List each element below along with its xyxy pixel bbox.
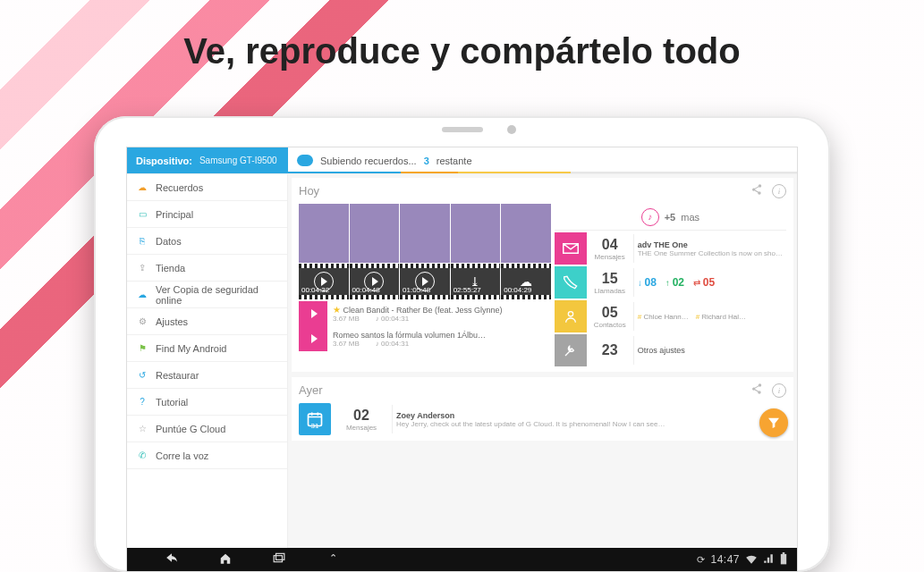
contact-tag: Chloe Hann…	[638, 313, 689, 321]
stat-calls[interactable]: 15 Llamadas ↓ 08 ↑ 02 ⇄ 05	[555, 266, 786, 299]
song-size: 3.67 MB	[333, 315, 360, 323]
video-thumbnail[interactable]: ⤓02:55:27	[451, 264, 501, 299]
sidebar-item-label: Ver Copia de seguridad online	[156, 284, 278, 306]
sidebar-item-icon: ☁	[136, 181, 148, 194]
sidebar-item-9[interactable]: ☆ Puntúe G Cloud	[127, 416, 287, 442]
settings-label: Otros ajustes	[638, 346, 783, 355]
share-icon[interactable]	[750, 183, 763, 198]
svg-rect-4	[781, 554, 786, 564]
share-icon[interactable]	[750, 383, 763, 398]
sidebar-item-icon: ⎘	[136, 235, 148, 248]
person-icon	[555, 300, 587, 332]
cloud-icon: ☁	[520, 274, 532, 289]
svg-rect-5	[783, 552, 785, 554]
tablet-speaker	[442, 127, 483, 132]
upload-prefix: Subiendo recuerdos...	[320, 156, 417, 166]
cloud-upload-icon	[297, 155, 313, 166]
calls-outgoing: ↑ 02	[665, 276, 684, 289]
sidebar-item-icon: ↺	[136, 369, 148, 382]
sidebar-item-label: Puntúe G Cloud	[156, 424, 225, 434]
sidebar-item-label: Principal	[156, 209, 193, 220]
photo-thumbnail[interactable]	[501, 204, 551, 263]
sidebar-item-6[interactable]: ⚑ Find My Android	[127, 335, 287, 362]
svg-rect-3	[276, 553, 284, 559]
sidebar-item-label: Tienda	[156, 263, 185, 273]
play-icon	[415, 272, 435, 291]
calendar-day: 31	[311, 422, 319, 430]
video-thumbnail[interactable]: 00:04:32	[299, 264, 349, 299]
play-icon	[364, 272, 384, 291]
expand-button[interactable]: ⌃	[324, 552, 342, 567]
battery-icon	[779, 552, 788, 567]
settings-count: 23	[602, 342, 618, 358]
more-items-banner[interactable]: ♪ +5 mas	[555, 204, 786, 231]
song-title: Romeo santos la fórmula volumen 1Álbu…	[333, 331, 486, 340]
main-content: Hoy i	[288, 174, 797, 548]
sidebar-item-1[interactable]: ▭ Principal	[127, 201, 287, 228]
video-thumbnail[interactable]: ☁00:04:29	[501, 264, 551, 299]
wifi-icon	[745, 553, 758, 566]
sidebar-item-icon: ☆	[136, 423, 148, 435]
photo-thumbnail[interactable]	[350, 204, 400, 263]
sidebar-item-label: Ajustes	[156, 316, 188, 327]
video-thumbnail[interactable]: 00:04:48	[350, 264, 400, 299]
photo-thumbnail[interactable]	[451, 204, 501, 263]
stat-settings[interactable]: 23 Otros ajustes	[555, 334, 786, 366]
stat-messages[interactable]: 04 Mensajes adv THE One THE One Summer C…	[555, 232, 786, 265]
photo-thumbnail[interactable]	[299, 204, 349, 263]
sidebar-item-10[interactable]: ✆ Corre la voz	[127, 442, 287, 469]
section-yesterday: Ayer i 31 02 Men	[292, 377, 793, 441]
play-button[interactable]	[299, 301, 327, 326]
sidebar-item-7[interactable]: ↺ Restaurar	[127, 362, 287, 389]
more-count: +5	[665, 212, 676, 223]
ayer-messages-label: Mensajes	[338, 424, 385, 432]
device-box[interactable]: Dispositivo: Samsung GT-I9500	[127, 147, 288, 173]
tools-icon	[555, 334, 587, 366]
play-icon	[314, 272, 334, 291]
app-header: Dispositivo: Samsung GT-I9500 Subiendo r…	[127, 147, 797, 174]
calls-count: 15	[602, 271, 618, 286]
sidebar-item-2[interactable]: ⎘ Datos	[127, 228, 287, 255]
message-preview: THE One Summer Collection is now on sho…	[638, 249, 783, 257]
sidebar-item-icon: ⇪	[136, 262, 148, 274]
calls-incoming: ↓ 08	[638, 276, 657, 289]
home-button[interactable]	[216, 552, 234, 567]
device-name: Samsung GT-I9500	[199, 156, 277, 165]
filter-button[interactable]	[759, 408, 788, 437]
info-icon[interactable]: i	[772, 383, 786, 398]
video-thumbnail[interactable]: 01:05:48	[400, 264, 450, 299]
sidebar-item-0[interactable]: ☁ Recuerdos	[127, 174, 287, 201]
sidebar-item-4[interactable]: ☁ Ver Copia de seguridad online	[127, 282, 287, 308]
contacts-label: Contactos	[587, 321, 633, 329]
contacts-count: 05	[602, 305, 618, 320]
sidebar-item-label: Tutorial	[156, 397, 188, 408]
sidebar-item-icon: ✆	[136, 450, 148, 462]
envelope-icon	[555, 232, 587, 265]
calls-label: Llamadas	[587, 287, 633, 295]
sidebar-item-5[interactable]: ⚙ Ajustes	[127, 308, 287, 335]
sidebar-item-icon: ?	[136, 396, 148, 408]
tablet-frame: Dispositivo: Samsung GT-I9500 Subiendo r…	[94, 116, 830, 572]
app-body: ☁ Recuerdos▭ Principal⎘ Datos⇪ Tienda☁ V…	[127, 174, 797, 548]
music-row[interactable]: ★ Clean Bandit - Rather Be (feat. Jess G…	[299, 301, 551, 326]
sync-icon: ⟳	[697, 554, 705, 566]
song-size: 3.67 MB	[333, 340, 360, 348]
photo-thumbnails[interactable]	[299, 204, 551, 263]
sidebar-item-3[interactable]: ⇪ Tienda	[127, 255, 287, 282]
svg-rect-2	[274, 556, 282, 562]
info-icon[interactable]: i	[772, 184, 786, 198]
stat-contacts[interactable]: 05 Contactos Chloe Hann… Richard Hal…	[555, 300, 786, 332]
upload-suffix: restante	[437, 156, 472, 166]
photo-thumbnail[interactable]	[400, 204, 450, 263]
play-button[interactable]	[299, 326, 327, 351]
messages-count: 04	[602, 237, 618, 252]
back-button[interactable]	[163, 552, 181, 567]
message-sender: adv THE One	[638, 240, 783, 249]
music-row[interactable]: Romeo santos la fórmula volumen 1Álbu… 3…	[299, 326, 551, 351]
song-duration: ♪ 00:04:31	[376, 315, 409, 323]
phone-icon	[555, 266, 587, 299]
sidebar-item-8[interactable]: ? Tutorial	[127, 389, 287, 416]
sidebar-item-label: Restaurar	[156, 370, 199, 381]
svg-point-0	[568, 312, 572, 316]
recents-button[interactable]	[270, 552, 288, 567]
